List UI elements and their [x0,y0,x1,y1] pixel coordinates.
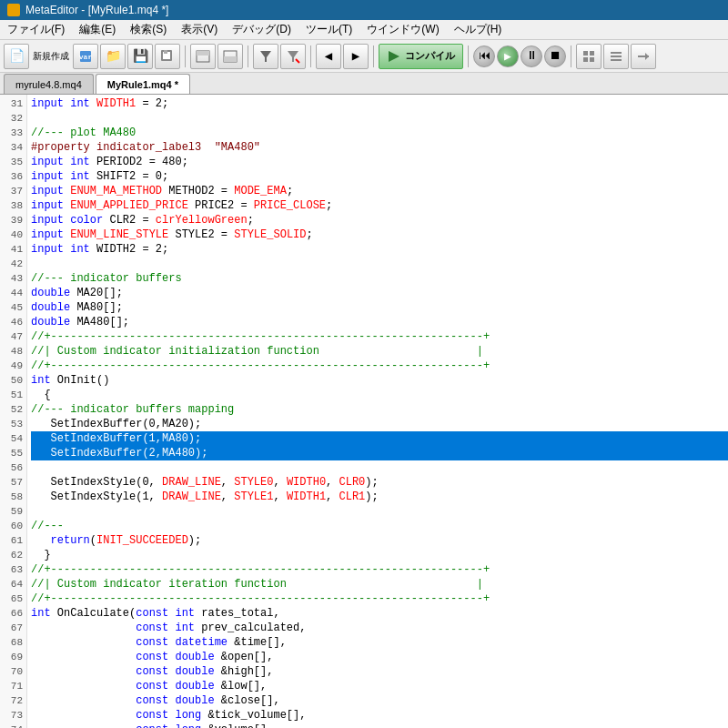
extra-btn1[interactable] [576,44,602,69]
line-num-70: 70 [0,664,23,679]
code-line-39: input color CLR2 = clrYellowGreen; [31,213,728,228]
line-num-74: 74 [0,723,23,728]
menu-help[interactable]: ヘルプ(H) [447,20,510,39]
svg-rect-16 [590,57,594,62]
sep6 [571,46,571,67]
code-line-34: #property indicator_label3 "MA480" [31,140,728,155]
line-num-47: 47 [0,329,23,344]
line-num-52: 52 [0,402,23,417]
svg-rect-15 [583,57,588,62]
code-line-44: double MA20[]; [31,286,728,300]
code-line-55: SetIndexBuffer(2,MA480); [31,446,728,460]
svg-rect-6 [197,51,209,56]
line-num-59: 59 [0,504,23,519]
code-line-54: SetIndexBuffer(1,MA80); [31,431,728,446]
forward-button[interactable]: ▶ [343,44,369,69]
compile-button[interactable]: コンパイル [379,44,463,69]
tab-myrule48[interactable]: myrule4.8.mq4 [4,74,94,94]
svg-marker-9 [260,51,271,62]
svg-marker-12 [389,51,399,62]
line-num-48: 48 [0,344,23,359]
open-button[interactable]: 📁 [100,44,126,69]
line-num-44: 44 [0,286,23,300]
code-line-60: //--- [31,519,728,533]
pause-button[interactable]: ⏸ [521,46,542,67]
filter1-button[interactable] [253,44,278,69]
back-button[interactable]: ◀ [316,44,341,69]
line-num-58: 58 [0,490,23,504]
tab-myrule1[interactable]: MyRule1.mq4 * [96,74,190,94]
line-num-43: 43 [0,271,23,286]
code-line-61: return(INIT_SUCCEEDED); [31,533,728,548]
code-line-52: //--- indicator buffers mapping [31,402,728,417]
layout1-button[interactable] [190,44,216,69]
menu-file[interactable]: ファイル(F) [0,20,72,39]
line-num-71: 71 [0,679,23,693]
svg-rect-8 [224,56,237,62]
save-button[interactable]: 💾 [127,44,153,69]
code-line-47: //+-------------------------------------… [31,329,728,344]
line-num-72: 72 [0,693,23,708]
layout2-button[interactable] [217,44,243,69]
extra-btn2[interactable] [603,44,629,69]
toolbar: 📄 新規作成 var 📁 💾 ◀ ▶ コンパイル ⏮ ▶ ⏸ ⏹ [0,40,728,73]
menu-debug[interactable]: デバッグ(D) [225,20,298,39]
line-num-67: 67 [0,621,23,635]
line-num-40: 40 [0,228,23,242]
code-area[interactable]: input int WIDTH1 = 2;//--- plot MA480#pr… [27,95,728,728]
line-num-73: 73 [0,708,23,723]
new-label: 新規作成 [31,50,71,63]
play-button[interactable]: ▶ [497,46,519,67]
line-num-37: 37 [0,184,23,198]
line-num-42: 42 [0,257,23,271]
rewind-button[interactable]: ⏮ [473,46,495,67]
code-line-48: //| Custom indicator initialization func… [31,344,728,359]
menu-window[interactable]: ウインドウ(W) [359,20,446,39]
line-num-51: 51 [0,388,23,402]
code-line-64: //| Custom indicator iteration function … [31,577,728,592]
menu-view[interactable]: 表示(V) [174,20,225,39]
compile-label: コンパイル [405,49,455,63]
app-icon [7,4,20,16]
save-all-button[interactable] [155,44,180,69]
code-line-57: SetIndexStyle(0, DRAW_LINE, STYLE0, WIDT… [31,475,728,490]
svg-rect-13 [583,51,588,56]
tab-bar: myrule4.8.mq4 MyRule1.mq4 * [0,73,728,95]
code-line-65: //+-------------------------------------… [31,592,728,606]
line-num-63: 63 [0,562,23,577]
menu-tools[interactable]: ツール(T) [298,20,359,39]
code-line-36: input int SHIFT2 = 0; [31,169,728,184]
extra-btn3[interactable] [631,44,656,69]
menu-search[interactable]: 検索(S) [123,20,174,39]
filter2-button[interactable] [280,44,306,69]
code-line-38: input ENUM_APPLIED_PRICE PRICE2 = PRICE_… [31,198,728,213]
line-num-53: 53 [0,417,23,431]
code-line-50: int OnInit() [31,373,728,388]
code-line-53: SetIndexBuffer(0,MA20); [31,417,728,431]
code-line-33: //--- plot MA480 [31,126,728,140]
line-num-56: 56 [0,460,23,475]
line-num-55: 55 [0,446,23,460]
line-num-68: 68 [0,635,23,650]
code-line-51: { [31,388,728,402]
title-bar: MetaEditor - [MyRule1.mq4 *] [0,0,728,20]
menu-edit[interactable]: 編集(E) [72,20,123,39]
code-line-73: const long &tick_volume[], [31,708,728,723]
svg-line-11 [296,59,299,63]
line-num-39: 39 [0,213,23,228]
code-line-70: const double &high[], [31,664,728,679]
menu-bar: ファイル(F) 編集(E) 検索(S) 表示(V) デバッグ(D) ツール(T)… [0,20,728,40]
line-num-69: 69 [0,650,23,664]
sep2 [248,46,248,67]
svg-text:var: var [79,53,93,61]
line-num-46: 46 [0,315,23,329]
line-num-61: 61 [0,533,23,548]
open-recent-button[interactable]: var [73,44,98,69]
code-line-40: input ENUM_LINE_STYLE STYLE2 = STYLE_SOL… [31,228,728,242]
stop-button[interactable]: ⏹ [544,46,566,67]
line-num-66: 66 [0,606,23,621]
new-button[interactable]: 📄 [4,44,29,69]
line-num-50: 50 [0,373,23,388]
line-num-32: 32 [0,111,23,126]
line-num-49: 49 [0,359,23,373]
